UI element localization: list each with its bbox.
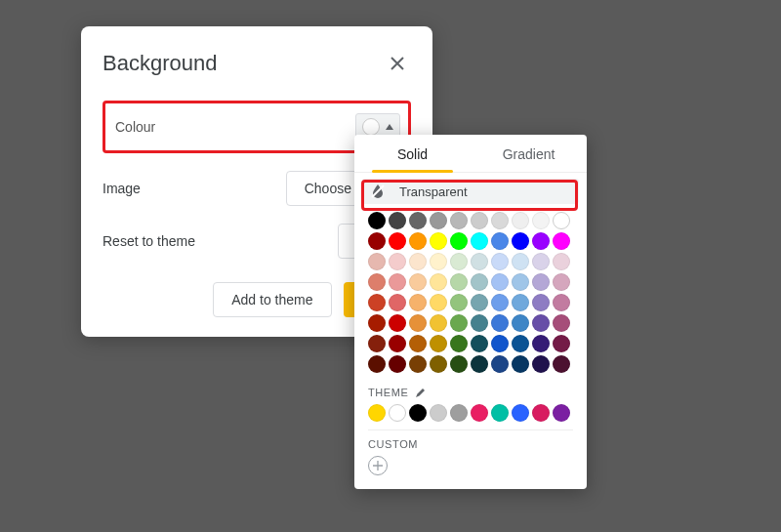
add-custom-colour-button[interactable] xyxy=(368,456,388,475)
tab-solid[interactable]: Solid xyxy=(354,135,471,172)
colour-swatch[interactable] xyxy=(491,253,509,270)
colour-swatch[interactable] xyxy=(450,314,468,332)
colour-swatch[interactable] xyxy=(430,253,447,270)
colour-swatch[interactable] xyxy=(450,355,468,373)
theme-colour-swatch[interactable] xyxy=(409,404,427,422)
colour-swatch[interactable] xyxy=(512,355,529,373)
theme-colour-swatch[interactable] xyxy=(491,404,509,422)
close-button[interactable] xyxy=(384,50,411,77)
colour-swatch[interactable] xyxy=(512,314,529,332)
colour-swatch[interactable] xyxy=(450,232,468,250)
no-fill-icon xyxy=(370,184,386,199)
colour-swatch[interactable] xyxy=(512,273,529,291)
colour-swatch[interactable] xyxy=(553,253,570,270)
colour-swatch[interactable] xyxy=(512,335,529,352)
theme-colour-swatch[interactable] xyxy=(389,404,406,422)
colour-swatch[interactable] xyxy=(368,335,386,352)
colour-swatch[interactable] xyxy=(430,355,447,373)
colour-swatch[interactable] xyxy=(430,314,447,332)
colour-swatch[interactable] xyxy=(491,314,509,332)
theme-colour-swatch[interactable] xyxy=(471,404,488,422)
colour-swatch[interactable] xyxy=(389,232,406,250)
colour-swatch[interactable] xyxy=(553,232,570,250)
colour-swatch[interactable] xyxy=(389,212,406,229)
colour-swatch[interactable] xyxy=(471,212,488,229)
colour-swatch[interactable] xyxy=(553,355,570,373)
transparent-option[interactable]: Transparent xyxy=(362,179,579,204)
colour-swatch[interactable] xyxy=(368,355,386,373)
colour-swatch[interactable] xyxy=(409,212,427,229)
theme-colour-swatch[interactable] xyxy=(368,404,386,422)
image-label: Image xyxy=(103,181,141,196)
colour-swatch[interactable] xyxy=(368,232,386,250)
colour-swatch[interactable] xyxy=(409,355,427,373)
colour-swatch[interactable] xyxy=(450,335,468,352)
colour-swatch[interactable] xyxy=(450,294,468,311)
colour-swatch[interactable] xyxy=(409,335,427,352)
colour-swatch[interactable] xyxy=(409,232,427,250)
theme-colour-swatch[interactable] xyxy=(450,404,468,422)
colour-swatch[interactable] xyxy=(368,314,386,332)
colour-swatch[interactable] xyxy=(368,294,386,311)
colour-swatch[interactable] xyxy=(430,212,447,229)
colour-swatch[interactable] xyxy=(409,273,427,291)
colour-swatch[interactable] xyxy=(553,294,570,311)
colour-swatch[interactable] xyxy=(532,273,550,291)
colour-swatch[interactable] xyxy=(471,314,488,332)
theme-colour-swatch[interactable] xyxy=(553,404,570,422)
colour-swatch[interactable] xyxy=(532,335,550,352)
colour-swatch[interactable] xyxy=(471,294,488,311)
colour-swatch[interactable] xyxy=(532,253,550,270)
colour-swatch[interactable] xyxy=(512,212,529,229)
colour-swatch[interactable] xyxy=(471,253,488,270)
colour-swatch[interactable] xyxy=(389,273,406,291)
colour-swatch[interactable] xyxy=(491,212,509,229)
colour-swatch[interactable] xyxy=(491,335,509,352)
colour-swatch[interactable] xyxy=(532,294,550,311)
colour-swatch[interactable] xyxy=(532,212,550,229)
colour-swatch[interactable] xyxy=(532,232,550,250)
colour-swatch[interactable] xyxy=(450,212,468,229)
colour-swatch[interactable] xyxy=(389,294,406,311)
colour-swatch[interactable] xyxy=(389,355,406,373)
colour-swatch[interactable] xyxy=(491,232,509,250)
colour-swatch[interactable] xyxy=(512,253,529,270)
colour-swatch[interactable] xyxy=(430,232,447,250)
colour-swatch[interactable] xyxy=(553,273,570,291)
colour-swatch[interactable] xyxy=(553,335,570,352)
colour-label: Colour xyxy=(115,119,155,135)
colour-swatch[interactable] xyxy=(532,314,550,332)
colour-swatch[interactable] xyxy=(430,273,447,291)
colour-swatch[interactable] xyxy=(491,273,509,291)
colour-swatch[interactable] xyxy=(471,335,488,352)
colour-swatch[interactable] xyxy=(491,294,509,311)
pencil-icon[interactable] xyxy=(415,387,427,398)
colour-swatch[interactable] xyxy=(532,355,550,373)
colour-swatch[interactable] xyxy=(471,355,488,373)
colour-swatch[interactable] xyxy=(409,294,427,311)
colour-swatch[interactable] xyxy=(409,314,427,332)
colour-swatch[interactable] xyxy=(450,253,468,270)
tab-gradient[interactable]: Gradient xyxy=(471,135,587,172)
colour-swatch[interactable] xyxy=(512,294,529,311)
colour-swatch[interactable] xyxy=(471,232,488,250)
theme-colour-swatch[interactable] xyxy=(532,404,550,422)
colour-swatch[interactable] xyxy=(389,253,406,270)
theme-colour-swatch[interactable] xyxy=(512,404,529,422)
colour-swatch[interactable] xyxy=(471,273,488,291)
colour-swatch[interactable] xyxy=(430,335,447,352)
colour-swatch[interactable] xyxy=(553,212,570,229)
colour-swatch[interactable] xyxy=(450,273,468,291)
colour-swatch[interactable] xyxy=(409,253,427,270)
colour-swatch[interactable] xyxy=(512,232,529,250)
colour-swatch[interactable] xyxy=(491,355,509,373)
colour-swatch[interactable] xyxy=(368,212,386,229)
theme-colour-swatch[interactable] xyxy=(430,404,447,422)
colour-swatch[interactable] xyxy=(389,314,406,332)
colour-swatch[interactable] xyxy=(389,335,406,352)
colour-swatch[interactable] xyxy=(553,314,570,332)
colour-swatch[interactable] xyxy=(368,253,386,270)
colour-swatch[interactable] xyxy=(430,294,447,311)
colour-swatch[interactable] xyxy=(368,273,386,291)
add-to-theme-button[interactable]: Add to theme xyxy=(213,282,331,317)
